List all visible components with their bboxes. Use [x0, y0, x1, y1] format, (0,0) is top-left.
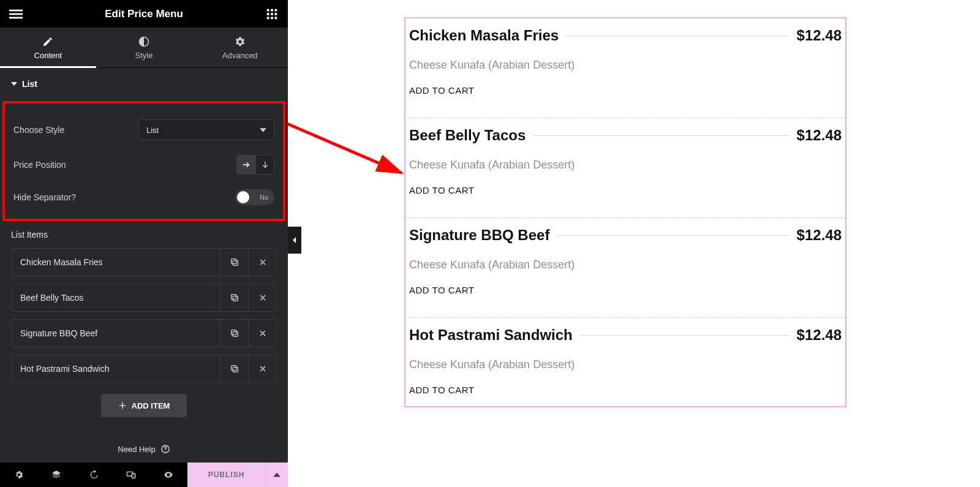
devices-icon: [126, 470, 136, 480]
menu-item-price: $12.48: [797, 227, 842, 244]
choose-style-select[interactable]: List: [138, 119, 274, 140]
price-position-right[interactable]: [237, 156, 255, 174]
chevron-left-icon: [292, 237, 298, 243]
control-hide-separator: Hide Separator? No: [13, 189, 274, 205]
tab-label: Style: [135, 51, 153, 60]
svg-rect-8: [275, 13, 277, 15]
list-item[interactable]: Signature BBQ Beef: [11, 319, 277, 347]
remove-button[interactable]: [248, 355, 276, 382]
svg-rect-1: [9, 13, 23, 15]
svg-rect-13: [233, 260, 238, 265]
menu-item-price: $12.48: [797, 127, 842, 144]
layers-icon: [51, 470, 61, 480]
menu-item-separator: [533, 135, 789, 136]
duplicate-button[interactable]: [220, 284, 248, 311]
footer-preview[interactable]: [150, 462, 187, 487]
preview-canvas: Chicken Masala Fries $12.48 Cheese Kunaf…: [404, 17, 846, 407]
eye-icon: [164, 470, 173, 480]
menu-item-title: Signature BBQ Beef: [409, 227, 549, 244]
remove-button[interactable]: [248, 320, 276, 347]
list-item[interactable]: Chicken Masala Fries: [11, 248, 277, 276]
need-help[interactable]: Need Help: [0, 436, 288, 462]
add-to-cart-link[interactable]: ADD TO CART: [409, 85, 842, 96]
help-icon: [160, 444, 170, 454]
list-item[interactable]: Beef Belly Tacos: [11, 284, 277, 312]
apps-icon[interactable]: [265, 7, 279, 21]
section-title: List: [22, 79, 37, 89]
list-item-name: Signature BBQ Beef: [12, 320, 220, 347]
list-item-name: Chicken Masala Fries: [12, 249, 220, 276]
control-label: Hide Separator?: [13, 192, 76, 202]
remove-button[interactable]: [248, 284, 276, 311]
copy-icon: [230, 328, 239, 338]
list-item[interactable]: Hot Pastrami Sandwich: [11, 355, 277, 383]
duplicate-button[interactable]: [220, 355, 248, 382]
svg-rect-3: [267, 9, 270, 11]
price-position-down[interactable]: [255, 156, 274, 174]
menu-item-description: Cheese Kunafa (Arabian Dessert): [409, 358, 842, 371]
footer-settings[interactable]: [0, 462, 37, 487]
publish-options[interactable]: [266, 462, 288, 487]
svg-rect-16: [231, 295, 236, 300]
svg-point-22: [165, 451, 165, 451]
svg-rect-14: [231, 259, 236, 264]
menu-item-price: $12.48: [797, 327, 842, 344]
svg-rect-17: [233, 331, 238, 336]
menu-item: Hot Pastrami Sandwich $12.48 Cheese Kuna…: [405, 318, 845, 406]
tab-style[interactable]: Style: [96, 28, 192, 67]
gear-icon: [14, 470, 24, 480]
menu-item: Chicken Masala Fries $12.48 Cheese Kunaf…: [405, 18, 845, 118]
highlighted-controls: Choose Style List Price Position: [2, 101, 285, 221]
add-item-button[interactable]: ADD ITEM: [101, 394, 187, 417]
menu-item-description: Cheese Kunafa (Arabian Dessert): [409, 159, 842, 172]
add-to-cart-link[interactable]: ADD TO CART: [409, 385, 842, 395]
menu-item-separator: [566, 36, 789, 36]
sidebar-collapse-handle[interactable]: [288, 227, 301, 254]
toggle-value: No: [260, 194, 268, 201]
tab-label: Content: [34, 51, 62, 60]
close-icon: [258, 329, 267, 338]
chevron-up-icon: [273, 471, 281, 478]
menu-item-description: Cheese Kunafa (Arabian Dessert): [409, 59, 842, 72]
tab-content[interactable]: Content: [0, 28, 96, 67]
hide-separator-toggle[interactable]: No: [235, 189, 274, 205]
caret-down-icon: [11, 81, 17, 87]
close-icon: [258, 364, 267, 373]
menu-item: Beef Belly Tacos $12.48 Cheese Kunafa (A…: [405, 118, 845, 218]
copy-icon: [230, 257, 239, 267]
list-items-label: List Items: [11, 230, 277, 240]
close-icon: [258, 293, 267, 302]
add-item-label: ADD ITEM: [132, 401, 170, 410]
svg-rect-7: [271, 13, 273, 15]
arrow-down-icon: [260, 160, 270, 170]
annotation-arrow: [279, 118, 413, 191]
footer-navigator[interactable]: [37, 462, 75, 487]
list-items-container: Chicken Masala Fries Beef Belly Tacos Si…: [11, 248, 277, 383]
svg-rect-11: [275, 17, 277, 19]
add-to-cart-link[interactable]: ADD TO CART: [409, 285, 842, 295]
publish-button[interactable]: PUBLISH: [187, 462, 266, 487]
sidebar-header: Edit Price Menu: [0, 0, 288, 28]
control-label: Choose Style: [13, 125, 64, 135]
plus-icon: [118, 401, 127, 410]
menu-icon[interactable]: [9, 7, 23, 21]
add-to-cart-link[interactable]: ADD TO CART: [409, 185, 842, 195]
footer-history[interactable]: [75, 462, 112, 487]
svg-rect-19: [233, 367, 238, 372]
svg-rect-5: [275, 9, 277, 11]
svg-rect-6: [267, 13, 270, 15]
footer-responsive[interactable]: [113, 462, 150, 487]
svg-rect-4: [271, 9, 273, 11]
svg-rect-0: [9, 9, 23, 11]
duplicate-button[interactable]: [220, 320, 248, 347]
section-header[interactable]: List: [11, 79, 277, 89]
control-price-position: Price Position: [13, 155, 274, 175]
duplicate-button[interactable]: [220, 249, 248, 276]
menu-item-separator: [557, 235, 789, 236]
tab-advanced[interactable]: Advanced: [192, 28, 288, 67]
close-icon: [258, 258, 267, 266]
list-item-name: Hot Pastrami Sandwich: [12, 355, 220, 382]
toggle-knob: [237, 191, 249, 203]
select-value: List: [146, 126, 159, 135]
remove-button[interactable]: [248, 249, 276, 276]
